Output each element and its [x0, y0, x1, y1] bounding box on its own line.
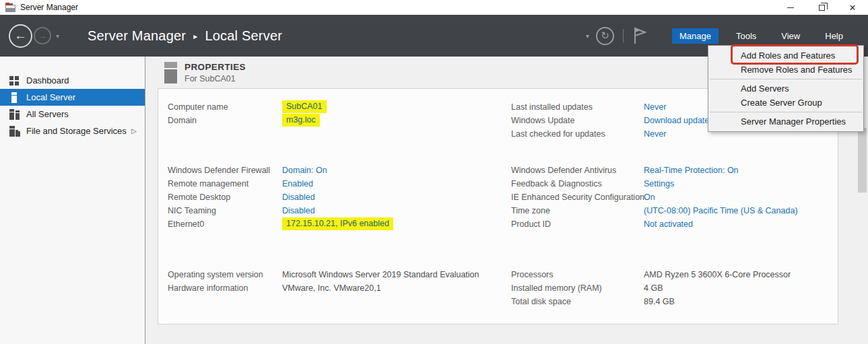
dashboard-icon [9, 75, 20, 86]
server-manager-window: Server Manager ✕ ← → ▾ Server Manager ▸ … [0, 0, 868, 344]
time-zone-link[interactable]: (UTC-08:00) Pacific Time (US & Canada) [644, 204, 798, 217]
menu-view[interactable]: View [774, 28, 807, 44]
minimize-icon [787, 7, 794, 8]
sidebar: Dashboard Local Server All Servers [0, 57, 145, 344]
defender-antivirus-link[interactable]: Real-Time Protection: On [644, 164, 739, 177]
breadcrumb-current[interactable]: Local Server [205, 28, 282, 44]
remote-desktop-link[interactable]: Disabled [282, 191, 315, 204]
refresh-icon: ↻ [601, 30, 609, 42]
menu-manage[interactable]: Manage [672, 28, 719, 44]
local-server-icon [9, 92, 20, 103]
file-storage-services-icon [9, 126, 20, 137]
sidebar-item-label: Local Server [26, 92, 75, 102]
feedback-diagnostics-link[interactable]: Settings [644, 177, 674, 191]
ie-esc-link[interactable]: On [644, 191, 655, 204]
restore-button[interactable] [806, 0, 837, 15]
properties-title: PROPERTIES [185, 62, 246, 72]
firewall-link[interactable]: Domain: On [282, 164, 327, 177]
notifications-flag-icon[interactable] [632, 27, 647, 44]
domain-link[interactable]: m3g.loc [282, 114, 320, 127]
sidebar-item-label: File and Storage Services [26, 126, 127, 136]
property-row-defender-antivirus: Windows Defender Antivirus Real-Time Pro… [511, 164, 834, 177]
menu-separator [710, 112, 862, 112]
sidebar-item-label: Dashboard [26, 75, 69, 85]
windows-update-link[interactable]: Download updates [644, 114, 714, 127]
sidebar-item-all-servers[interactable]: All Servers [0, 106, 145, 123]
restore-icon [819, 5, 825, 11]
product-id-link[interactable]: Not activated [644, 217, 693, 231]
last-checked-updates-link[interactable]: Never [644, 127, 666, 141]
back-button[interactable]: ← [9, 24, 32, 48]
close-icon: ✕ [849, 3, 857, 12]
processors-value: AMD Ryzen 5 3600X 6-Core Processor [644, 268, 791, 281]
property-row-installed-memory: Installed memory (RAM) 4 GB [511, 281, 834, 295]
total-disk-value: 89.4 GB [644, 295, 675, 308]
server-tile-icon [164, 62, 177, 83]
refresh-button[interactable]: ↻ [596, 27, 614, 45]
computer-name-link[interactable]: SubCA01 [282, 100, 327, 113]
close-button[interactable]: ✕ [837, 0, 868, 15]
menu-tools[interactable]: Tools [729, 28, 764, 44]
forward-icon: → [38, 30, 47, 41]
history-buttons: ← → ▾ [9, 15, 59, 57]
sidebar-item-label: All Servers [26, 109, 69, 119]
forward-button[interactable]: → [34, 27, 51, 44]
all-servers-icon [9, 109, 20, 120]
sidebar-item-local-server[interactable]: Local Server [0, 89, 145, 106]
property-row-total-disk: Total disk space 89.4 GB [511, 295, 834, 308]
menu-item-remove-roles-features[interactable]: Remove Roles and Features [708, 63, 863, 77]
server-manager-app-icon [5, 3, 15, 12]
titlebar: Server Manager ✕ [0, 0, 868, 15]
menu-item-create-server-group[interactable]: Create Server Group [708, 96, 863, 110]
scrollbar-thumb[interactable] [858, 128, 867, 193]
installed-memory-value: 4 GB [644, 281, 663, 295]
breadcrumb: Server Manager ▸ Local Server [88, 15, 282, 57]
property-row-processors: Processors AMD Ryzen 5 3600X 6-Core Proc… [511, 268, 834, 281]
minimize-button[interactable] [775, 0, 806, 15]
manage-menu-dropdown: Add Roles and Features Remove Roles and … [708, 45, 864, 132]
history-dropdown-icon[interactable]: ▾ [56, 32, 59, 40]
os-version-value: Microsoft Windows Server 2019 Standard E… [282, 268, 479, 281]
menubar: Manage Tools View Help [662, 28, 850, 44]
menu-item-server-manager-properties[interactable]: Server Manager Properties [708, 114, 863, 129]
properties-header: PROPERTIES For SubCA01 [164, 62, 246, 83]
sidebar-item-file-storage-services[interactable]: File and Storage Services ▷ [0, 123, 145, 139]
ethernet0-link[interactable]: 172.15.10.21, IPv6 enabled [282, 217, 393, 230]
menu-item-add-servers[interactable]: Add Servers [708, 81, 863, 96]
breadcrumb-root[interactable]: Server Manager [88, 28, 186, 44]
expand-arrow-icon[interactable]: ▷ [131, 127, 137, 135]
last-installed-updates-link[interactable]: Never [644, 100, 666, 114]
notifications-caret-icon[interactable]: ▾ [586, 32, 589, 40]
back-icon: ← [14, 28, 27, 43]
menu-item-add-roles-features[interactable]: Add Roles and Features [708, 48, 863, 63]
property-row-product-id: Product ID Not activated [511, 217, 834, 231]
sidebar-item-dashboard[interactable]: Dashboard [0, 72, 145, 89]
hardware-value: VMware, Inc. VMware20,1 [282, 281, 381, 295]
navbar-divider [623, 29, 624, 42]
window-controls: ✕ [775, 0, 868, 15]
nic-teaming-link[interactable]: Disabled [282, 204, 315, 217]
property-row-ie-esc: IE Enhanced Security Configuration On [511, 191, 834, 204]
property-row-feedback-diagnostics: Feedback & Diagnostics Settings [511, 177, 834, 191]
window-title: Server Manager [20, 3, 78, 12]
properties-subtitle: For SubCA01 [185, 74, 246, 83]
remote-management-link[interactable]: Enabled [282, 177, 313, 191]
menu-help[interactable]: Help [817, 28, 850, 44]
menu-separator [710, 79, 862, 79]
property-row-time-zone: Time zone (UTC-08:00) Pacific Time (US &… [511, 204, 834, 217]
breadcrumb-separator-icon: ▸ [193, 32, 197, 41]
